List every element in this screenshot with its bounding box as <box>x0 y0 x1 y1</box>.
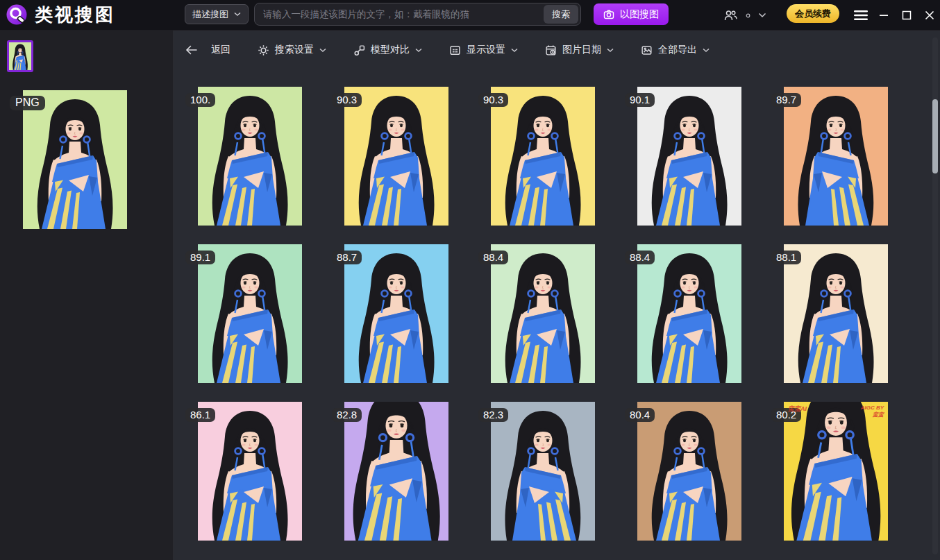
similarity-score-badge: 90.1 <box>625 93 655 107</box>
model-compare-icon <box>353 44 365 56</box>
search-button[interactable]: 搜索 <box>544 5 578 24</box>
display-settings-label: 显示设置 <box>467 44 505 56</box>
result-card[interactable]: 90.3 <box>344 87 448 226</box>
result-card[interactable]: 89.7 <box>784 87 888 226</box>
app-window: 类视搜图 描述搜图 搜索 以图搜图 <box>0 0 940 560</box>
window-controls <box>853 0 938 31</box>
export-all-label: 全部导出 <box>658 44 697 56</box>
result-card[interactable]: 90.1 <box>637 87 741 226</box>
result-image <box>637 87 741 226</box>
display-settings-dropdown[interactable]: 显示设置 <box>449 44 518 56</box>
account-chevron-down-icon[interactable] <box>758 12 766 18</box>
chevron-down-icon <box>319 48 326 53</box>
chevron-down-icon <box>415 48 422 53</box>
close-button[interactable] <box>921 6 938 25</box>
format-badge: PNG <box>10 96 45 110</box>
results-grid: 100. 90.3 90.3 90.1 89.7 <box>198 87 888 541</box>
result-card[interactable]: 90.3 <box>491 87 595 226</box>
search-mode-dropdown[interactable]: 描述搜图 <box>185 4 249 24</box>
result-image <box>198 87 302 226</box>
display-settings-icon <box>449 44 461 56</box>
chevron-down-icon <box>703 48 710 53</box>
account-area <box>723 0 766 31</box>
app-title: 类视搜图 <box>35 3 115 26</box>
query-preview-image <box>23 90 127 229</box>
search-input[interactable] <box>255 3 544 25</box>
result-card[interactable]: 88.7 <box>344 244 448 383</box>
result-card[interactable]: 86.1 <box>198 402 302 541</box>
result-image <box>198 402 302 541</box>
status-dot-icon <box>746 13 750 18</box>
results-toolbar: 返回 搜索设置 <box>185 31 710 69</box>
chevron-down-icon <box>234 12 241 17</box>
result-image <box>344 87 448 226</box>
result-card[interactable]: 88.4 <box>491 244 595 383</box>
result-card[interactable]: 82.8 <box>344 402 448 541</box>
result-image <box>784 244 888 383</box>
result-card[interactable]: 82.3 <box>491 402 595 541</box>
export-image-icon <box>641 44 653 56</box>
image-date-label: 图片日期 <box>562 44 601 56</box>
maximize-button[interactable] <box>898 6 915 25</box>
similarity-score-badge: 88.4 <box>478 251 508 264</box>
search-settings-dropdown[interactable]: 搜索设置 <box>258 44 326 56</box>
similarity-score-badge: 82.8 <box>332 408 362 422</box>
scrollbar-thumb[interactable] <box>932 99 938 173</box>
similarity-score-badge: 88.7 <box>332 251 362 264</box>
topbar: 类视搜图 描述搜图 搜索 以图搜图 <box>0 0 940 31</box>
result-card[interactable]: 88.1 <box>784 244 888 383</box>
users-icon[interactable] <box>723 10 738 22</box>
export-all-dropdown[interactable]: 全部导出 <box>641 44 710 56</box>
result-image <box>491 244 595 383</box>
result-card[interactable]: 80.2 蛮蛮AIAIGC BY蛮蛮 <box>784 402 888 541</box>
result-card[interactable]: 89.1 <box>198 244 302 383</box>
menu-button[interactable] <box>853 6 869 25</box>
search-settings-label: 搜索设置 <box>275 44 314 56</box>
result-image <box>784 87 888 226</box>
similarity-score-badge: 89.1 <box>185 251 215 264</box>
result-image <box>198 244 302 383</box>
minimize-button[interactable] <box>875 6 892 25</box>
similarity-score-badge: 100. <box>185 93 215 107</box>
result-image <box>637 402 741 541</box>
app-logo: 类视搜图 <box>6 3 115 26</box>
back-arrow-icon <box>185 45 197 55</box>
result-image <box>491 402 595 541</box>
similarity-score-badge: 88.1 <box>771 251 801 264</box>
result-image <box>784 402 888 541</box>
calendar-clock-icon <box>545 44 557 56</box>
image-search-label: 以图搜图 <box>620 8 659 21</box>
search-box: 搜索 <box>254 3 581 26</box>
result-card[interactable]: 80.4 <box>637 402 741 541</box>
result-image <box>491 87 595 226</box>
image-search-button[interactable]: 以图搜图 <box>594 3 669 25</box>
gear-icon <box>258 44 269 56</box>
query-thumbnail-image <box>9 42 31 70</box>
similarity-score-badge: 89.7 <box>771 93 801 107</box>
query-thumbnail-selected[interactable] <box>7 40 33 72</box>
result-image <box>344 244 448 383</box>
camera-icon <box>603 9 614 19</box>
query-preview: PNG <box>23 90 127 229</box>
model-compare-label: 模型对比 <box>371 44 410 56</box>
similarity-score-badge: 82.3 <box>478 408 508 422</box>
chevron-down-icon <box>607 48 614 53</box>
result-card[interactable]: 100. <box>198 87 302 226</box>
model-compare-dropdown[interactable]: 模型对比 <box>353 44 422 56</box>
chevron-down-icon <box>511 48 518 53</box>
result-image <box>344 402 448 541</box>
search-mode-label: 描述搜图 <box>192 8 228 21</box>
watermark-top-left: 蛮蛮AI <box>788 405 807 414</box>
back-label: 返回 <box>211 44 230 56</box>
logo-magnifier-icon <box>6 3 28 26</box>
result-card[interactable]: 88.4 <box>637 244 741 383</box>
similarity-score-badge: 90.3 <box>478 93 508 107</box>
member-renew-button[interactable]: 会员续费 <box>787 4 839 23</box>
image-date-dropdown[interactable]: 图片日期 <box>545 44 614 56</box>
back-button[interactable]: 返回 <box>185 44 230 56</box>
similarity-score-badge: 80.4 <box>625 408 655 422</box>
similarity-score-badge: 88.4 <box>625 251 655 264</box>
similarity-score-badge: 86.1 <box>185 408 215 422</box>
main-content: 返回 搜索设置 <box>174 31 940 560</box>
watermark-top-right: AIGC BY蛮蛮 <box>861 405 884 419</box>
